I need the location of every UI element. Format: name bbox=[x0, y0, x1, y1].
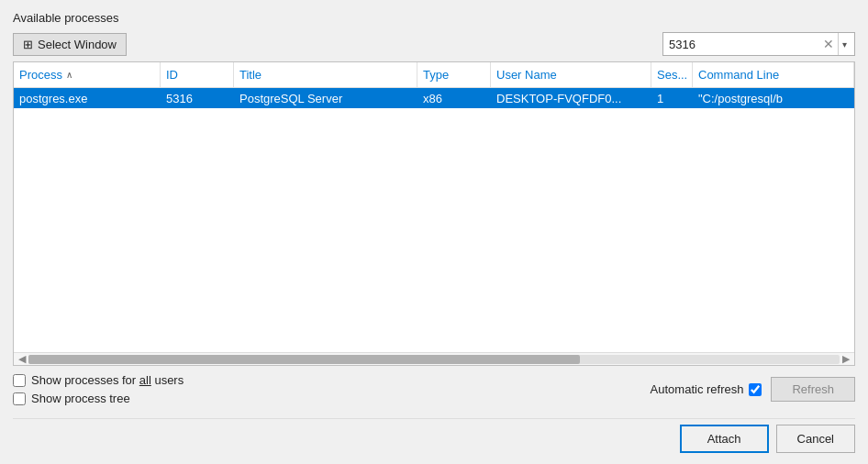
show-process-tree-label: Show process tree bbox=[31, 392, 130, 405]
table-body: postgres.exe 5316 PostgreSQL Server x86 … bbox=[14, 88, 854, 352]
search-dropdown-icon[interactable]: ▾ bbox=[838, 33, 851, 55]
col-id-label: ID bbox=[166, 68, 178, 82]
footer: Attach Cancel bbox=[13, 418, 855, 453]
col-header-title[interactable]: Title bbox=[234, 62, 417, 87]
select-window-label: Select Window bbox=[38, 38, 117, 51]
scroll-left-icon[interactable]: ◀ bbox=[16, 353, 28, 365]
col-type-label: Type bbox=[423, 68, 449, 82]
show-all-users-label: Show processes for all users bbox=[31, 373, 184, 387]
right-controls: Automatic refresh Refresh bbox=[651, 377, 855, 402]
col-username-label: User Name bbox=[496, 68, 557, 82]
auto-refresh-checkbox[interactable] bbox=[749, 383, 762, 396]
attach-button[interactable]: Attach bbox=[680, 425, 769, 453]
cell-username: DESKTOP-FVQFDF0... bbox=[491, 90, 651, 107]
cell-ses: 1 bbox=[651, 90, 693, 107]
col-header-process[interactable]: Process ∧ bbox=[14, 62, 161, 87]
table-row[interactable]: postgres.exe 5316 PostgreSQL Server x86 … bbox=[14, 88, 854, 108]
checkbox-group: Show processes for all users Show proces… bbox=[13, 373, 184, 405]
col-ses-label: Ses... bbox=[657, 68, 687, 82]
main-dialog: Available processes ⊞ Select Window ✕ ▾ … bbox=[0, 0, 868, 464]
table-header: Process ∧ ID Title Type User Name Ses...… bbox=[14, 62, 854, 88]
section-title: Available processes bbox=[13, 11, 855, 25]
col-header-cmdline[interactable]: Command Line bbox=[693, 62, 854, 87]
search-clear-icon[interactable]: ✕ bbox=[819, 38, 838, 50]
col-header-ses[interactable]: Ses... bbox=[651, 62, 693, 87]
show-all-users-row[interactable]: Show processes for all users bbox=[13, 373, 184, 387]
col-header-type[interactable]: Type bbox=[417, 62, 491, 87]
scroll-right-icon[interactable]: ▶ bbox=[840, 353, 852, 365]
refresh-button[interactable]: Refresh bbox=[771, 377, 855, 402]
cell-cmdline: "C:/postgresql/b bbox=[693, 90, 854, 107]
search-box: ✕ ▾ bbox=[662, 32, 855, 56]
col-process-label: Process bbox=[19, 68, 62, 82]
search-input[interactable] bbox=[663, 36, 819, 53]
cell-id: 5316 bbox=[161, 90, 234, 107]
select-window-button[interactable]: ⊞ Select Window bbox=[13, 33, 127, 56]
show-all-users-checkbox[interactable] bbox=[13, 374, 26, 387]
show-process-tree-checkbox[interactable] bbox=[13, 392, 26, 405]
show-process-tree-row[interactable]: Show process tree bbox=[13, 392, 184, 405]
scrollbar-thumb[interactable] bbox=[28, 355, 580, 364]
auto-refresh-text: Automatic refresh bbox=[651, 382, 744, 396]
top-bar: ⊞ Select Window ✕ ▾ bbox=[13, 32, 855, 56]
cell-type: x86 bbox=[417, 90, 491, 107]
scrollbar-track[interactable] bbox=[28, 355, 840, 364]
horizontal-scrollbar: ◀ ▶ bbox=[14, 352, 854, 365]
cell-process: postgres.exe bbox=[14, 90, 161, 107]
col-title-label: Title bbox=[239, 68, 262, 82]
process-table: Process ∧ ID Title Type User Name Ses...… bbox=[13, 61, 855, 366]
select-window-icon: ⊞ bbox=[23, 38, 33, 51]
col-header-username[interactable]: User Name bbox=[491, 62, 651, 87]
sort-arrow-process: ∧ bbox=[66, 70, 72, 80]
col-cmdline-label: Command Line bbox=[698, 68, 779, 82]
cell-title: PostgreSQL Server bbox=[234, 90, 417, 107]
auto-refresh-label[interactable]: Automatic refresh bbox=[651, 382, 762, 396]
cancel-button[interactable]: Cancel bbox=[776, 425, 855, 453]
col-header-id[interactable]: ID bbox=[161, 62, 234, 87]
bottom-options: Show processes for all users Show proces… bbox=[13, 373, 855, 405]
